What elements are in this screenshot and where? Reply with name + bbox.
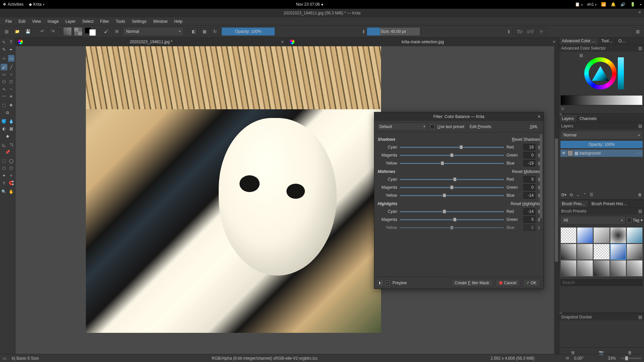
workspace-chooser-icon[interactable]: ▥ (633, 27, 642, 36)
midtones-yellow-blue-slider[interactable] (400, 193, 504, 198)
freehand-brush-tool-icon[interactable]: 🖌 (1, 64, 7, 70)
create-filter-mask-button[interactable]: Create Filter Mask (451, 279, 493, 287)
opacity-slider[interactable]: Opacity: 100% (221, 27, 275, 36)
color-options-icon[interactable]: ▦ (579, 53, 583, 58)
layer-name-label[interactable]: background (580, 151, 636, 156)
brush-preset[interactable] (610, 260, 626, 276)
contiguous-select-tool-icon[interactable]: ✦ (1, 172, 7, 179)
panel-menu-icon[interactable]: ▤ (638, 315, 642, 319)
color-picker-tool-icon[interactable]: 💧 (8, 118, 15, 125)
layer-properties-icon[interactable]: ☰ (590, 192, 593, 197)
fg-bg-swatches[interactable] (85, 27, 96, 36)
menu-file[interactable]: File (2, 18, 15, 25)
ellipse-select-tool-icon[interactable]: ◯ (8, 158, 15, 164)
brush-preset[interactable] (577, 260, 593, 276)
menu-filter[interactable]: Filter (97, 18, 113, 25)
bezier-tool-icon[interactable]: ∿ (1, 86, 7, 93)
panel-menu-icon[interactable]: ▤ (638, 46, 642, 51)
brush-preset[interactable] (593, 244, 609, 260)
shade-selector[interactable] (560, 95, 643, 105)
shadows-magenta-green-slider[interactable] (400, 153, 504, 158)
bg-color-swatch[interactable] (89, 29, 96, 36)
color-wheel[interactable] (584, 57, 616, 89)
xml-button[interactable]: XML (527, 123, 541, 130)
delete-layer-icon[interactable]: 🗑 (638, 192, 642, 197)
brush-preset[interactable] (560, 227, 577, 243)
size-spinner[interactable]: ▴▾ (508, 29, 510, 34)
layer-opacity-slider[interactable]: Opacity: 100% (560, 141, 643, 148)
scrollbar-thumb[interactable] (555, 138, 558, 261)
smart-fill-tool-icon[interactable]: ◆ (4, 133, 11, 139)
line-tool-icon[interactable]: ╱ (8, 64, 15, 70)
assistant-tool-icon[interactable]: ◺ (1, 141, 7, 148)
brush-filter-dropdown[interactable]: All▾ (560, 216, 626, 225)
menu-select[interactable]: Select (79, 18, 97, 25)
shape-edit-tool-icon[interactable]: ✎ (1, 46, 7, 53)
delete-snapshot-icon[interactable]: 🗑 (628, 350, 632, 355)
highlights-yellow-blue-slider[interactable] (400, 225, 504, 230)
dialog-scrollbar[interactable] (539, 134, 543, 275)
menu-edit[interactable]: Edit (15, 18, 29, 25)
shadows-yb-value[interactable]: -19 (523, 160, 535, 167)
tab-advanced-color[interactable]: Advanced Color … (559, 38, 599, 45)
document-tab[interactable]: 20201023_194611.jpg * ✕ (15, 38, 287, 46)
menu-help[interactable]: Help (171, 18, 186, 25)
reload-preset-icon[interactable]: ↻ (211, 27, 219, 36)
clipboard-indicator-icon[interactable]: 📋 ▾ (575, 2, 582, 7)
vertical-scrollbar[interactable] (554, 46, 559, 354)
tab-channels[interactable]: Channels (577, 115, 600, 122)
brush-preset[interactable] (610, 244, 626, 260)
pattern-edit-tool-icon[interactable]: ▦ (8, 125, 15, 132)
gradient-tool-icon[interactable]: ◐ (1, 125, 7, 132)
color-history-icon[interactable]: ↻ (559, 105, 644, 113)
undo-icon[interactable]: ↶ (38, 27, 47, 36)
magnetic-select-tool-icon[interactable]: 🧲 (8, 180, 15, 186)
brush-preset[interactable] (593, 260, 609, 276)
wifi-icon[interactable]: 📶 (601, 2, 606, 7)
ok-button[interactable]: ✔OK (523, 279, 540, 287)
redo-icon[interactable]: ↷ (49, 27, 57, 36)
document-tab[interactable]: krita-mask-selection.jpg ✕ (287, 38, 559, 46)
preview-checkbox[interactable]: ✓ (385, 281, 390, 285)
window-close-icon[interactable]: ✕ (638, 10, 641, 15)
alpha-lock-icon[interactable]: ▦ (200, 27, 209, 36)
tab-tool-options[interactable]: Tool… (599, 38, 616, 45)
pattern-picker-icon[interactable] (74, 27, 83, 36)
color-value-strip[interactable] (618, 57, 624, 89)
rect-select-tool-icon[interactable]: ⬚ (1, 158, 7, 164)
tab-close-icon[interactable]: ✕ (552, 40, 556, 44)
dialog-titlebar[interactable]: Filter: Color Balance — Krita ✕ (374, 112, 543, 121)
preset-dropdown[interactable]: Default▾ (377, 123, 427, 131)
edit-shapes-tool-icon[interactable]: ⬚ (1, 102, 7, 109)
midtones-magenta-green-slider[interactable] (400, 185, 504, 190)
tab-overview[interactable]: O… (616, 38, 629, 45)
panel-menu-icon[interactable]: ▤ (638, 124, 642, 128)
brush-preset[interactable] (610, 227, 626, 243)
similar-select-tool-icon[interactable]: ✧ (8, 172, 15, 179)
dialog-close-icon[interactable]: ✕ (537, 114, 541, 119)
polygon-tool-icon[interactable]: ⬠ (1, 78, 7, 85)
system-menu-chevron-icon[interactable]: ▾ (640, 3, 641, 6)
tab-layers[interactable]: Layers (559, 115, 577, 122)
zoom-slider[interactable] (621, 358, 641, 359)
duplicate-layer-icon[interactable]: ⧉ (570, 192, 573, 197)
brush-preset[interactable] (593, 227, 609, 243)
brush-preset[interactable] (627, 244, 643, 260)
menu-settings[interactable]: Settings (128, 18, 150, 25)
tab-close-icon[interactable]: ✕ (281, 40, 284, 44)
move-layer-up-icon[interactable]: ⌃ (583, 192, 586, 197)
crop-tool-icon[interactable]: ▭ (8, 55, 15, 62)
menu-window[interactable]: Window (150, 18, 171, 25)
pan-tool-icon[interactable]: ✋ (8, 188, 15, 195)
color-triangle[interactable] (592, 66, 609, 81)
clock[interactable]: Nov 23 07:06 (296, 2, 320, 7)
gradient-picker-icon[interactable] (63, 27, 72, 36)
polyline-tool-icon[interactable]: ⬡ (8, 78, 15, 85)
tab-brush-presets[interactable]: Brush Pres… (559, 200, 589, 207)
opacity-spinner[interactable]: ▴▾ (363, 29, 365, 34)
brush-size-slider[interactable]: Size: 40.00 px (367, 27, 420, 36)
menu-layer[interactable]: Layer (62, 18, 79, 25)
midtones-cyan-red-slider[interactable] (400, 177, 504, 182)
use-last-preset-checkbox[interactable] (430, 124, 435, 129)
reference-tool-icon[interactable]: 📌 (4, 149, 11, 156)
